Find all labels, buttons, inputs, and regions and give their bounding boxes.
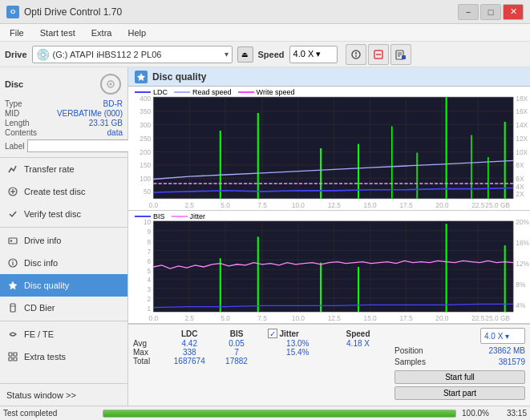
col-bis: BIS xyxy=(217,328,257,339)
jitter-legend-label: Jitter xyxy=(190,212,206,220)
sidebar-item-label: Disc quality xyxy=(24,281,69,290)
sidebar-item-disc-info[interactable]: Disc info xyxy=(0,252,127,274)
svg-text:2.5: 2.5 xyxy=(184,314,194,322)
menu-file[interactable]: File xyxy=(3,26,30,39)
position-row: Position 23862 MB xyxy=(394,346,525,355)
sidebar: Disc Type BD-R MID VERBATIMe (000) Lengt… xyxy=(0,67,128,406)
svg-text:22.5: 22.5 xyxy=(471,314,485,322)
sidebar-item-cd-bier[interactable]: CD Bier xyxy=(0,297,127,319)
minimize-button[interactable]: − xyxy=(458,4,479,20)
svg-rect-25 xyxy=(14,353,17,356)
ldc-legend-color xyxy=(135,91,151,93)
svg-text:2: 2 xyxy=(148,295,152,303)
svg-text:8: 8 xyxy=(148,238,152,246)
svg-text:12X: 12X xyxy=(516,135,528,143)
sidebar-item-extra-tests[interactable]: Extra tests xyxy=(0,345,127,368)
charts-area: LDC Read speed Write speed xyxy=(128,87,530,406)
status-window-button[interactable]: Status window >> xyxy=(0,383,127,406)
speed-selector[interactable]: 4.0 X ▾ xyxy=(289,46,338,63)
svg-text:5.0: 5.0 xyxy=(220,314,230,322)
sidebar-item-verify-test-disc[interactable]: Verify test disc xyxy=(0,203,127,225)
speed-dropdown[interactable]: 4.0 X ▾ xyxy=(480,328,525,344)
status-time: 33:15 xyxy=(495,409,527,418)
stats-row-max: Max 338 7 15.4% xyxy=(133,348,385,357)
sidebar-item-label: Verify test disc xyxy=(24,209,81,219)
svg-text:350: 350 xyxy=(140,107,151,115)
svg-text:5.0: 5.0 xyxy=(220,200,230,208)
disc-type-row: Type BD-R xyxy=(5,99,123,108)
create-test-disc-icon xyxy=(6,185,19,198)
stats-avg-bis: 0.05 xyxy=(217,339,257,348)
svg-text:200: 200 xyxy=(140,147,151,155)
window-controls: − □ ✕ xyxy=(458,4,524,20)
disc-label-row: Label 🔍 xyxy=(5,139,123,152)
stats-max-ldc: 338 xyxy=(162,348,217,357)
drive-selector[interactable]: 💿 (G:) ATAPI iHBS112 2 PL06 ▾ xyxy=(32,46,233,63)
disc-mid-value: VERBATIMe (000) xyxy=(57,109,123,118)
chart2-legend: BIS Jitter xyxy=(135,212,205,220)
menu-help[interactable]: Help xyxy=(121,26,152,39)
svg-text:9: 9 xyxy=(148,228,152,236)
svg-text:1: 1 xyxy=(148,305,152,313)
svg-rect-26 xyxy=(9,357,12,361)
disc-length-label: Length xyxy=(5,119,30,127)
disc-contents-row: Contents data xyxy=(5,128,123,137)
svg-text:20.0: 20.0 xyxy=(435,200,448,208)
toolbar-buttons xyxy=(346,44,411,65)
stats-total-bis: 17882 xyxy=(217,357,257,365)
svg-rect-29 xyxy=(153,97,513,199)
verify-test-disc-icon xyxy=(6,208,19,220)
samples-value: 381579 xyxy=(499,357,525,366)
svg-text:5: 5 xyxy=(148,266,152,274)
menu-extra[interactable]: Extra xyxy=(85,26,119,39)
svg-text:18X: 18X xyxy=(516,94,528,102)
svg-text:10.0: 10.0 xyxy=(292,200,305,208)
sidebar-item-label: Extra tests xyxy=(24,352,66,361)
svg-text:12.5: 12.5 xyxy=(328,200,341,208)
start-part-button[interactable]: Start part xyxy=(394,386,525,400)
write-speed-legend-color xyxy=(238,91,254,93)
svg-text:6X: 6X xyxy=(516,174,524,182)
svg-text:2X: 2X xyxy=(516,190,524,198)
toolbar-btn-1[interactable] xyxy=(346,44,366,65)
col-speed: Speed xyxy=(331,328,385,339)
svg-text:0.0: 0.0 xyxy=(149,314,159,322)
sidebar-item-label: CD Bier xyxy=(24,303,55,313)
svg-text:15.0: 15.0 xyxy=(364,314,378,322)
position-value: 23862 MB xyxy=(488,346,525,355)
speed-label: Speed xyxy=(258,50,285,59)
start-full-button[interactable]: Start full xyxy=(394,370,525,384)
toolbar-btn-2[interactable] xyxy=(368,44,389,65)
disc-info-icon xyxy=(6,256,19,269)
svg-text:0.0: 0.0 xyxy=(149,200,159,208)
svg-text:17.5: 17.5 xyxy=(399,314,413,322)
eject-button[interactable]: ⏏ xyxy=(237,46,253,63)
sidebar-item-fe-te[interactable]: FE / TE xyxy=(0,323,127,345)
disc-quality-icon xyxy=(6,279,19,292)
svg-text:16X: 16X xyxy=(516,107,528,115)
jitter-checkbox[interactable]: ✓ xyxy=(268,329,277,338)
toolbar-btn-3[interactable] xyxy=(390,44,411,65)
read-speed-legend-color xyxy=(174,91,190,93)
stats-bar: LDC BIS ✓ Jitter Speed xyxy=(128,324,530,406)
svg-rect-27 xyxy=(14,357,17,361)
title-bar-left: O Opti Drive Control 1.70 xyxy=(6,6,122,18)
ldc-legend-label: LDC xyxy=(153,88,168,96)
sidebar-item-disc-quality[interactable]: Disc quality xyxy=(0,274,127,297)
sidebar-item-create-test-disc[interactable]: Create test disc xyxy=(0,180,127,203)
disc-label-input[interactable] xyxy=(27,139,134,152)
maximize-button[interactable]: □ xyxy=(480,4,501,20)
svg-rect-16 xyxy=(9,238,17,244)
svg-text:3: 3 xyxy=(148,285,152,293)
svg-text:20%: 20% xyxy=(516,218,529,226)
main-layout: Disc Type BD-R MID VERBATIMe (000) Lengt… xyxy=(0,67,530,406)
svg-text:16%: 16% xyxy=(516,239,529,247)
close-button[interactable]: ✕ xyxy=(503,4,524,20)
menu-start-test[interactable]: Start test xyxy=(34,26,82,39)
sidebar-item-drive-info[interactable]: Drive info xyxy=(0,229,127,252)
progress-bar xyxy=(103,410,456,418)
stats-max-jitter: 15.4% xyxy=(265,348,332,357)
fe-te-icon xyxy=(6,328,19,341)
sidebar-item-transfer-rate[interactable]: Transfer rate xyxy=(0,158,127,180)
svg-point-12 xyxy=(110,83,112,86)
